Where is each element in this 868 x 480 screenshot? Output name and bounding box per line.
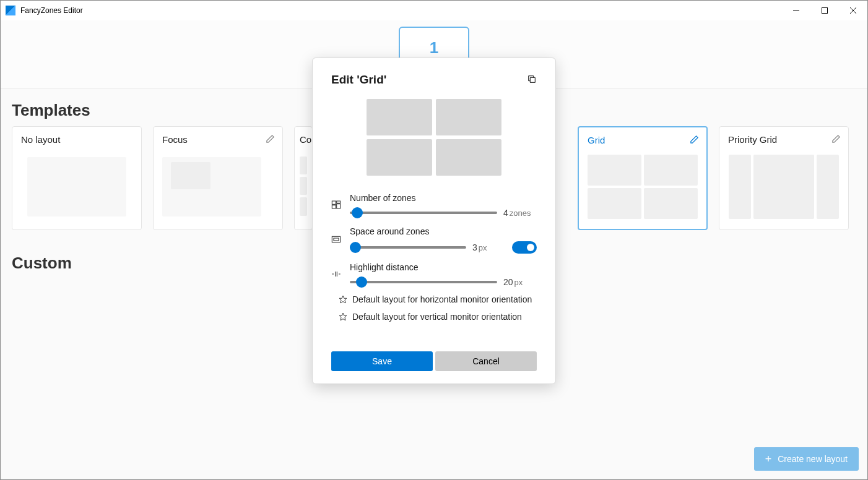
svg-rect-9 <box>332 236 340 242</box>
template-title: Co <box>300 134 307 145</box>
maximize-button[interactable] <box>810 1 839 20</box>
cancel-button[interactable]: Cancel <box>435 351 537 371</box>
pencil-icon[interactable] <box>690 135 699 146</box>
dialog-title: Edit 'Grid' <box>331 73 386 87</box>
svg-rect-8 <box>332 205 336 208</box>
edit-layout-dialog: Edit 'Grid' Number of zones 4zones <box>312 58 556 384</box>
dialog-preview <box>331 99 537 176</box>
spacing-icon <box>331 234 342 246</box>
minimize-button[interactable] <box>782 1 810 20</box>
default-horizontal[interactable]: Default layout for horizontal monitor or… <box>331 294 537 304</box>
template-priority-grid[interactable]: Priority Grid <box>719 126 849 230</box>
svg-rect-4 <box>530 77 535 82</box>
space-value: 3px <box>472 242 506 252</box>
highlight-icon <box>331 269 342 281</box>
zones-control: Number of zones 4zones <box>331 193 537 218</box>
titlebar: FancyZones Editor <box>1 1 867 20</box>
svg-marker-16 <box>339 313 347 320</box>
highlight-value: 20px <box>503 277 537 287</box>
highlight-label: Highlight distance <box>350 262 537 272</box>
template-title: No layout <box>21 134 132 145</box>
svg-rect-1 <box>822 8 828 14</box>
grid-icon <box>331 200 342 212</box>
highlight-slider[interactable] <box>350 281 497 283</box>
svg-marker-15 <box>339 296 347 303</box>
app-icon <box>6 6 15 15</box>
template-title: Priority Grid <box>728 134 840 145</box>
space-slider[interactable] <box>350 246 466 249</box>
svg-rect-5 <box>332 201 336 204</box>
pencil-icon[interactable] <box>266 134 275 145</box>
svg-rect-6 <box>337 201 341 203</box>
star-icon <box>339 295 347 304</box>
template-columns[interactable]: Co <box>294 126 313 230</box>
close-button[interactable] <box>839 1 867 20</box>
create-new-layout-label: Create new layout <box>778 454 848 464</box>
copy-icon[interactable] <box>527 74 537 86</box>
monitor-number: 1 <box>430 38 438 58</box>
window-title: FancyZones Editor <box>20 6 782 15</box>
star-icon <box>339 312 347 321</box>
template-title: Focus <box>162 134 274 145</box>
template-grid[interactable]: Grid <box>578 126 708 230</box>
default-vertical[interactable]: Default layout for vertical monitor orie… <box>331 312 537 322</box>
template-no-layout[interactable]: No layout <box>12 126 142 230</box>
space-toggle[interactable] <box>512 241 537 254</box>
template-title: Grid <box>588 135 698 145</box>
space-label: Space around zones <box>350 226 537 236</box>
create-new-layout-button[interactable]: + Create new layout <box>754 447 859 471</box>
content-area: 1 3000 x 2000 Templates No layout Focus <box>1 20 867 479</box>
save-button[interactable]: Save <box>331 351 433 371</box>
pencil-icon[interactable] <box>831 134 841 145</box>
svg-rect-10 <box>334 238 339 241</box>
zones-value: 4zones <box>503 208 537 218</box>
plus-icon: + <box>765 453 772 465</box>
space-control: Space around zones 3px <box>331 226 537 254</box>
highlight-control: Highlight distance 20px <box>331 262 537 287</box>
zones-slider[interactable] <box>350 212 497 214</box>
svg-rect-7 <box>337 204 341 208</box>
zones-label: Number of zones <box>350 193 537 203</box>
template-focus[interactable]: Focus <box>153 126 283 230</box>
